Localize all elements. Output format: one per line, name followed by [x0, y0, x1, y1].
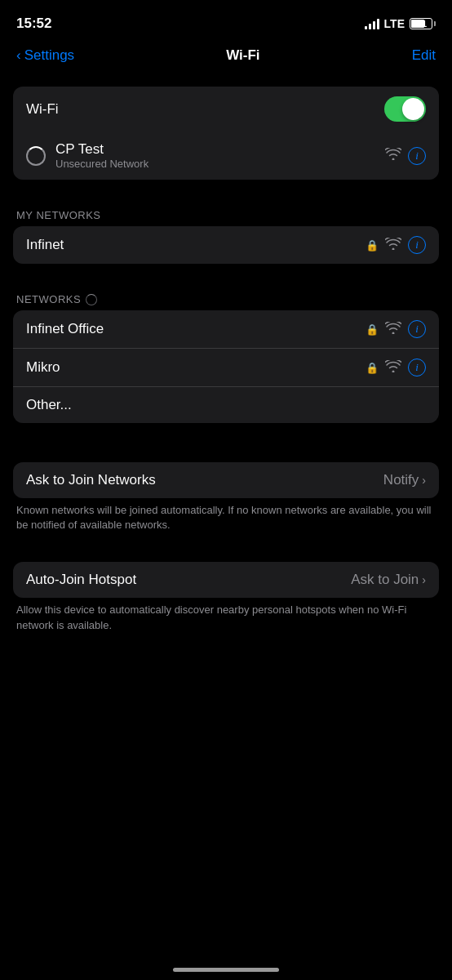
- infinet-office-name: Infinet Office: [26, 321, 366, 337]
- infinet-name: Infinet: [26, 237, 366, 253]
- auto-join-description: Allow this device to automatically disco…: [13, 598, 439, 632]
- infinet-office-icons: 🔒 i: [366, 320, 426, 338]
- signal-bar-3: [373, 21, 375, 29]
- status-time: 15:52: [16, 16, 51, 32]
- my-networks-card: Infinet 🔒 i: [13, 226, 439, 264]
- status-bar: 15:52 LTE 31: [0, 0, 452, 41]
- page-title: Wi-Fi: [226, 47, 259, 64]
- connected-network-row: CP Test Unsecured Network i: [13, 131, 439, 180]
- wifi-toggle[interactable]: [384, 96, 426, 122]
- nav-bar: ‹ Settings Wi-Fi Edit: [0, 41, 452, 74]
- battery-body: 31: [410, 18, 432, 29]
- infinet-office-info-button[interactable]: i: [408, 320, 426, 338]
- chevron-left-icon: ‹: [16, 47, 21, 64]
- auto-join-right: Ask to Join ›: [351, 572, 426, 588]
- auto-join-value: Ask to Join: [351, 572, 419, 588]
- mikro-lock-icon: 🔒: [366, 362, 379, 374]
- battery-level: 31: [411, 19, 432, 29]
- connected-row-icons: i: [385, 147, 426, 165]
- battery-icon: 31: [410, 18, 436, 29]
- battery-tip: [434, 21, 436, 26]
- networks-loading-spinner: [86, 294, 97, 305]
- auto-join-row[interactable]: Auto-Join Hotspot Ask to Join ›: [13, 562, 439, 598]
- other-networks-name: Other...: [26, 397, 426, 413]
- networks-label: NETWORKS: [16, 293, 81, 305]
- infinet-office-lock-icon: 🔒: [366, 323, 379, 336]
- mikro-info-button[interactable]: i: [408, 359, 426, 376]
- networks-card: Infinet Office 🔒 i Mikro 🔒: [13, 310, 439, 423]
- infinet-office-row[interactable]: Infinet Office 🔒 i: [13, 310, 439, 348]
- wifi-card: Wi-Fi CP Test Unsecured Network: [13, 87, 439, 180]
- auto-join-section: Auto-Join Hotspot Ask to Join › Allow th…: [13, 562, 439, 632]
- edit-button[interactable]: Edit: [412, 47, 436, 64]
- ask-to-join-section: Ask to Join Networks Notify › Known netw…: [13, 462, 439, 532]
- auto-join-card: Auto-Join Hotspot Ask to Join ›: [13, 562, 439, 598]
- wifi-label: Wi-Fi: [26, 101, 384, 118]
- mikro-name: Mikro: [26, 359, 366, 376]
- infinet-row-icons: 🔒 i: [366, 236, 426, 254]
- mikro-wifi-icon: [385, 360, 401, 376]
- connected-network-sublabel: Unsecured Network: [55, 158, 375, 170]
- ask-to-join-label: Ask to Join Networks: [26, 472, 383, 488]
- infinet-office-wifi-icon: [385, 322, 401, 337]
- ask-to-join-chevron-icon: ›: [422, 474, 426, 487]
- connected-network-name: CP Test: [55, 141, 375, 158]
- lock-icon: 🔒: [366, 239, 379, 252]
- info-button[interactable]: i: [408, 147, 426, 165]
- home-indicator: [0, 951, 452, 980]
- infinet-info-button[interactable]: i: [408, 236, 426, 254]
- infinet-row[interactable]: Infinet 🔒 i: [13, 226, 439, 264]
- wifi-toggle-row: Wi-Fi: [13, 87, 439, 131]
- my-networks-label: MY NETWORKS: [16, 209, 436, 221]
- ask-to-join-value: Notify: [383, 472, 419, 488]
- connected-info: CP Test Unsecured Network: [55, 141, 375, 170]
- wifi-toggle-section: Wi-Fi CP Test Unsecured Network: [13, 87, 439, 180]
- signal-bar-2: [369, 24, 371, 29]
- back-button[interactable]: ‹ Settings: [16, 47, 74, 64]
- ask-to-join-card: Ask to Join Networks Notify ›: [13, 462, 439, 498]
- auto-join-label: Auto-Join Hotspot: [26, 572, 351, 588]
- my-networks-section: MY NETWORKS Infinet 🔒 i: [13, 209, 439, 264]
- other-networks-row[interactable]: Other...: [13, 386, 439, 423]
- wifi-signal-icon: [385, 148, 401, 163]
- signal-bar-4: [377, 19, 379, 29]
- ask-to-join-row[interactable]: Ask to Join Networks Notify ›: [13, 462, 439, 498]
- networks-section: NETWORKS Infinet Office 🔒 i M: [13, 293, 439, 423]
- signal-bar-1: [365, 26, 367, 29]
- networks-label-row: NETWORKS: [16, 293, 436, 305]
- home-bar: [173, 968, 279, 972]
- status-icons: LTE 31: [365, 17, 436, 30]
- signal-bars-icon: [365, 18, 379, 29]
- lte-icon: LTE: [384, 17, 405, 30]
- mikro-row[interactable]: Mikro 🔒 i: [13, 348, 439, 386]
- ask-to-join-description: Known networks will be joined automatica…: [13, 498, 439, 532]
- toggle-knob: [402, 98, 424, 120]
- infinet-wifi-icon: [385, 238, 401, 253]
- ask-to-join-right: Notify ›: [383, 472, 426, 488]
- loading-spinner-icon: [26, 146, 46, 166]
- auto-join-chevron-icon: ›: [422, 573, 426, 586]
- mikro-icons: 🔒 i: [366, 359, 426, 376]
- back-label: Settings: [24, 47, 74, 64]
